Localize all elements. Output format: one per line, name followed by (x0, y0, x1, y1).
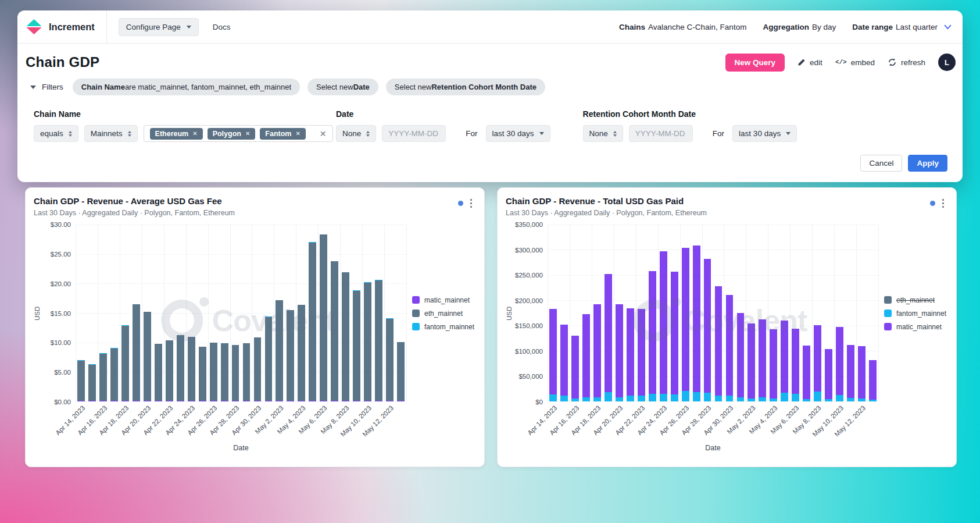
bar[interactable] (669, 225, 680, 401)
bar[interactable] (109, 225, 120, 401)
bar[interactable] (768, 225, 779, 401)
date-range-select[interactable]: last 30 days (486, 125, 550, 142)
bar[interactable] (274, 225, 285, 401)
bar[interactable] (252, 225, 263, 401)
bar[interactable] (581, 225, 592, 401)
bar[interactable] (131, 225, 142, 401)
bar[interactable] (307, 225, 318, 401)
bar[interactable] (724, 225, 735, 401)
bar[interactable] (186, 225, 197, 401)
bar[interactable] (647, 225, 658, 401)
bar[interactable] (351, 225, 362, 401)
bar[interactable] (208, 225, 219, 401)
bar[interactable] (790, 225, 801, 401)
legend-item-eth_mainnet[interactable]: eth_mainnet (412, 309, 478, 318)
filter-chip[interactable]: Select new Date (307, 79, 378, 95)
bar[interactable] (340, 225, 351, 401)
bar[interactable] (680, 225, 691, 401)
bar[interactable] (823, 225, 834, 401)
bar[interactable] (197, 225, 208, 401)
chain-preset-select[interactable]: Mainnets (84, 125, 138, 142)
bar[interactable] (164, 225, 175, 401)
legend-item-fantom_mainnet[interactable]: fantom_mainnet (412, 323, 478, 331)
bar[interactable] (285, 225, 296, 401)
bar[interactable] (329, 225, 340, 401)
bar[interactable] (592, 225, 603, 401)
bar[interactable] (362, 225, 373, 401)
bar[interactable] (384, 225, 395, 401)
bar[interactable] (713, 225, 724, 401)
bar[interactable] (614, 225, 625, 401)
bar[interactable] (834, 225, 845, 401)
clear-all-icon[interactable]: ✕ (320, 129, 327, 138)
kebab-menu-icon[interactable] (468, 198, 474, 208)
bar[interactable] (219, 225, 230, 401)
bar[interactable] (175, 225, 186, 401)
chain-tags-input[interactable]: Ethereum✕Polygon✕Fantom✕ ✕ (144, 125, 333, 142)
bar[interactable] (735, 225, 746, 401)
bar[interactable] (559, 225, 570, 401)
embed-button[interactable]: </> embed (835, 58, 875, 67)
bar[interactable] (263, 225, 274, 401)
header-meta-item[interactable]: Date rangeLast quarter (852, 23, 938, 31)
bar[interactable] (746, 225, 757, 401)
configure-page-button[interactable]: Configure Page (119, 18, 199, 36)
chain-tag[interactable]: Fantom✕ (260, 128, 306, 140)
bar[interactable] (230, 225, 241, 401)
legend-item-matic_mainnet[interactable]: matic_mainnet (884, 323, 950, 331)
chain-operator-select[interactable]: equals (34, 125, 78, 142)
bar[interactable] (801, 225, 812, 401)
filter-chip[interactable]: Chain Name are matic_mainnet, fantom_mai… (73, 79, 300, 95)
bar[interactable] (779, 225, 790, 401)
chain-tag[interactable]: Polygon✕ (208, 128, 256, 140)
bar[interactable] (87, 225, 98, 401)
bar[interactable] (658, 225, 669, 401)
header-meta-item[interactable]: AggregationBy day (763, 23, 836, 31)
bar[interactable] (76, 225, 87, 401)
kebab-menu-icon[interactable] (940, 198, 946, 208)
bar[interactable] (845, 225, 856, 401)
bar[interactable] (867, 225, 878, 401)
retention-range-select[interactable]: last 30 days (732, 125, 797, 142)
bar[interactable] (296, 225, 307, 401)
user-avatar[interactable]: L (938, 54, 956, 71)
bar[interactable] (98, 225, 109, 401)
bar[interactable] (812, 225, 823, 401)
date-input[interactable] (382, 125, 446, 142)
refresh-button[interactable]: refresh (888, 58, 925, 67)
bar[interactable] (241, 225, 252, 401)
bar[interactable] (395, 225, 406, 401)
retention-operator-select[interactable]: None (583, 125, 623, 142)
bar[interactable] (318, 225, 329, 401)
cancel-button[interactable]: Cancel (860, 155, 902, 172)
bar[interactable] (625, 225, 636, 401)
bar[interactable] (757, 225, 768, 401)
legend-item-eth_mainnet[interactable]: eth_mainnet (884, 296, 950, 304)
bar[interactable] (142, 225, 153, 401)
edit-button[interactable]: edit (797, 58, 822, 67)
docs-link[interactable]: Docs (213, 23, 231, 31)
bar[interactable] (373, 225, 384, 401)
remove-tag-icon[interactable]: ✕ (245, 130, 250, 137)
remove-tag-icon[interactable]: ✕ (192, 130, 197, 137)
apply-button[interactable]: Apply (908, 155, 947, 172)
legend-item-matic_mainnet[interactable]: matic_mainnet (412, 296, 478, 304)
bar[interactable] (153, 225, 164, 401)
bar[interactable] (548, 225, 559, 401)
bar[interactable] (691, 225, 702, 401)
filters-collapse-icon[interactable] (30, 86, 36, 89)
bar[interactable] (603, 225, 614, 401)
bar[interactable] (856, 225, 867, 401)
filter-chip[interactable]: Select new Retention Cohort Month Date (386, 79, 545, 95)
bar[interactable] (570, 225, 581, 401)
date-operator-select[interactable]: None (336, 125, 376, 142)
new-query-button[interactable]: New Query (725, 54, 785, 72)
bar[interactable] (702, 225, 713, 401)
chain-tag[interactable]: Ethereum✕ (150, 128, 203, 140)
header-meta-item[interactable]: ChainsAvalanche C-Chain, Fantom (619, 23, 746, 31)
bar[interactable] (636, 225, 647, 401)
legend-item-fantom_mainnet[interactable]: fantom_mainnet (884, 309, 950, 318)
retention-date-input[interactable] (629, 125, 693, 142)
remove-tag-icon[interactable]: ✕ (295, 130, 300, 137)
bar[interactable] (120, 225, 131, 401)
